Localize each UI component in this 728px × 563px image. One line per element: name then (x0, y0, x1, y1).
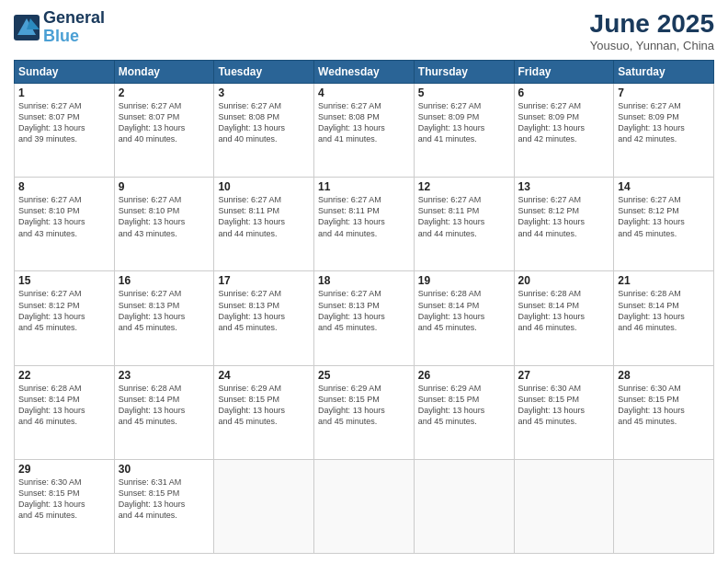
day-info: Sunrise: 6:27 AM Sunset: 8:13 PM Dayligh… (318, 288, 410, 333)
day-info: Sunrise: 6:27 AM Sunset: 8:12 PM Dayligh… (18, 288, 110, 333)
day-info: Sunrise: 6:28 AM Sunset: 8:14 PM Dayligh… (119, 383, 210, 428)
col-monday: Monday (114, 61, 214, 84)
day-number: 17 (218, 274, 310, 287)
calendar-table: Sunday Monday Tuesday Wednesday Thursday… (14, 60, 714, 554)
col-thursday: Thursday (414, 61, 514, 84)
table-row: 11Sunrise: 6:27 AM Sunset: 8:11 PM Dayli… (314, 178, 415, 271)
table-row (614, 459, 714, 553)
day-info: Sunrise: 6:28 AM Sunset: 8:14 PM Dayligh… (618, 288, 710, 333)
calendar-week-row: 8Sunrise: 6:27 AM Sunset: 8:10 PM Daylig… (15, 178, 714, 271)
day-number: 13 (518, 180, 610, 193)
day-number: 30 (119, 463, 210, 476)
header: General Blue June 2025 Yousuo, Yunnan, C… (14, 9, 714, 52)
col-saturday: Saturday (614, 61, 714, 84)
table-row: 23Sunrise: 6:28 AM Sunset: 8:14 PM Dayli… (114, 365, 214, 459)
table-row: 22Sunrise: 6:28 AM Sunset: 8:14 PM Dayli… (15, 365, 115, 459)
day-info: Sunrise: 6:27 AM Sunset: 8:13 PM Dayligh… (119, 288, 210, 333)
table-row (514, 459, 614, 553)
table-row: 15Sunrise: 6:27 AM Sunset: 8:12 PM Dayli… (15, 271, 115, 365)
table-row: 20Sunrise: 6:28 AM Sunset: 8:14 PM Dayli… (514, 271, 614, 365)
table-row: 29Sunrise: 6:30 AM Sunset: 8:15 PM Dayli… (15, 459, 115, 553)
table-row: 24Sunrise: 6:29 AM Sunset: 8:15 PM Dayli… (214, 365, 314, 459)
table-row (414, 459, 514, 553)
table-row: 28Sunrise: 6:30 AM Sunset: 8:15 PM Dayli… (614, 365, 714, 459)
day-number: 12 (418, 180, 510, 193)
table-row: 18Sunrise: 6:27 AM Sunset: 8:13 PM Dayli… (314, 271, 415, 365)
day-number: 1 (18, 86, 110, 99)
day-info: Sunrise: 6:29 AM Sunset: 8:15 PM Dayligh… (218, 383, 310, 428)
table-row: 19Sunrise: 6:28 AM Sunset: 8:14 PM Dayli… (414, 271, 514, 365)
day-info: Sunrise: 6:28 AM Sunset: 8:14 PM Dayligh… (18, 383, 110, 428)
day-info: Sunrise: 6:28 AM Sunset: 8:14 PM Dayligh… (518, 288, 610, 333)
day-number: 24 (218, 369, 310, 382)
day-info: Sunrise: 6:27 AM Sunset: 8:11 PM Dayligh… (318, 194, 410, 239)
day-number: 2 (119, 86, 210, 99)
day-info: Sunrise: 6:27 AM Sunset: 8:13 PM Dayligh… (218, 288, 310, 333)
day-number: 18 (318, 274, 410, 287)
location: Yousuo, Yunnan, China (590, 39, 714, 52)
day-number: 14 (618, 180, 710, 193)
table-row: 1Sunrise: 6:27 AM Sunset: 8:07 PM Daylig… (15, 84, 115, 178)
day-info: Sunrise: 6:27 AM Sunset: 8:09 PM Dayligh… (518, 100, 610, 145)
day-info: Sunrise: 6:27 AM Sunset: 8:09 PM Dayligh… (618, 100, 710, 145)
table-row: 3Sunrise: 6:27 AM Sunset: 8:08 PM Daylig… (214, 84, 314, 178)
table-row: 21Sunrise: 6:28 AM Sunset: 8:14 PM Dayli… (614, 271, 714, 365)
table-row: 7Sunrise: 6:27 AM Sunset: 8:09 PM Daylig… (614, 84, 714, 178)
logo-text: General Blue (43, 9, 105, 46)
day-info: Sunrise: 6:27 AM Sunset: 8:12 PM Dayligh… (618, 194, 710, 239)
table-row: 26Sunrise: 6:29 AM Sunset: 8:15 PM Dayli… (414, 365, 514, 459)
day-number: 3 (218, 86, 310, 99)
page: General Blue June 2025 Yousuo, Yunnan, C… (0, 0, 728, 563)
day-number: 11 (318, 180, 410, 193)
day-number: 26 (418, 369, 510, 382)
day-number: 29 (18, 463, 110, 476)
day-number: 9 (119, 180, 210, 193)
table-row: 2Sunrise: 6:27 AM Sunset: 8:07 PM Daylig… (114, 84, 214, 178)
day-number: 23 (119, 369, 210, 382)
table-row (314, 459, 415, 553)
day-number: 8 (18, 180, 110, 193)
logo-icon (14, 15, 40, 40)
table-row: 13Sunrise: 6:27 AM Sunset: 8:12 PM Dayli… (514, 178, 614, 271)
day-number: 25 (318, 369, 410, 382)
calendar-week-row: 29Sunrise: 6:30 AM Sunset: 8:15 PM Dayli… (15, 459, 714, 553)
day-number: 15 (18, 274, 110, 287)
day-info: Sunrise: 6:30 AM Sunset: 8:15 PM Dayligh… (618, 383, 710, 428)
table-row: 27Sunrise: 6:30 AM Sunset: 8:15 PM Dayli… (514, 365, 614, 459)
day-number: 4 (318, 86, 410, 99)
day-info: Sunrise: 6:31 AM Sunset: 8:15 PM Dayligh… (119, 477, 210, 522)
title-block: June 2025 Yousuo, Yunnan, China (590, 9, 714, 52)
calendar-body: 1Sunrise: 6:27 AM Sunset: 8:07 PM Daylig… (15, 84, 714, 554)
day-number: 27 (518, 369, 610, 382)
day-info: Sunrise: 6:28 AM Sunset: 8:14 PM Dayligh… (418, 288, 510, 333)
day-number: 5 (418, 86, 510, 99)
table-row: 30Sunrise: 6:31 AM Sunset: 8:15 PM Dayli… (114, 459, 214, 553)
logo: General Blue (14, 9, 105, 46)
col-tuesday: Tuesday (214, 61, 314, 84)
day-number: 28 (618, 369, 710, 382)
table-row: 5Sunrise: 6:27 AM Sunset: 8:09 PM Daylig… (414, 84, 514, 178)
day-info: Sunrise: 6:27 AM Sunset: 8:07 PM Dayligh… (18, 100, 110, 145)
day-number: 19 (418, 274, 510, 287)
table-row: 8Sunrise: 6:27 AM Sunset: 8:10 PM Daylig… (15, 178, 115, 271)
day-number: 22 (18, 369, 110, 382)
day-info: Sunrise: 6:27 AM Sunset: 8:12 PM Dayligh… (518, 194, 610, 239)
day-info: Sunrise: 6:27 AM Sunset: 8:11 PM Dayligh… (418, 194, 510, 239)
calendar-header-row: Sunday Monday Tuesday Wednesday Thursday… (15, 61, 714, 84)
day-info: Sunrise: 6:30 AM Sunset: 8:15 PM Dayligh… (518, 383, 610, 428)
month-title: June 2025 (590, 9, 714, 39)
col-sunday: Sunday (15, 61, 115, 84)
table-row: 12Sunrise: 6:27 AM Sunset: 8:11 PM Dayli… (414, 178, 514, 271)
table-row: 9Sunrise: 6:27 AM Sunset: 8:10 PM Daylig… (114, 178, 214, 271)
day-number: 16 (119, 274, 210, 287)
day-info: Sunrise: 6:27 AM Sunset: 8:10 PM Dayligh… (18, 194, 110, 239)
table-row: 25Sunrise: 6:29 AM Sunset: 8:15 PM Dayli… (314, 365, 415, 459)
calendar-week-row: 15Sunrise: 6:27 AM Sunset: 8:12 PM Dayli… (15, 271, 714, 365)
table-row: 6Sunrise: 6:27 AM Sunset: 8:09 PM Daylig… (514, 84, 614, 178)
day-info: Sunrise: 6:27 AM Sunset: 8:08 PM Dayligh… (218, 100, 310, 145)
col-friday: Friday (514, 61, 614, 84)
logo-line1: General (43, 9, 105, 28)
table-row: 4Sunrise: 6:27 AM Sunset: 8:08 PM Daylig… (314, 84, 415, 178)
day-info: Sunrise: 6:29 AM Sunset: 8:15 PM Dayligh… (318, 383, 410, 428)
day-info: Sunrise: 6:29 AM Sunset: 8:15 PM Dayligh… (418, 383, 510, 428)
